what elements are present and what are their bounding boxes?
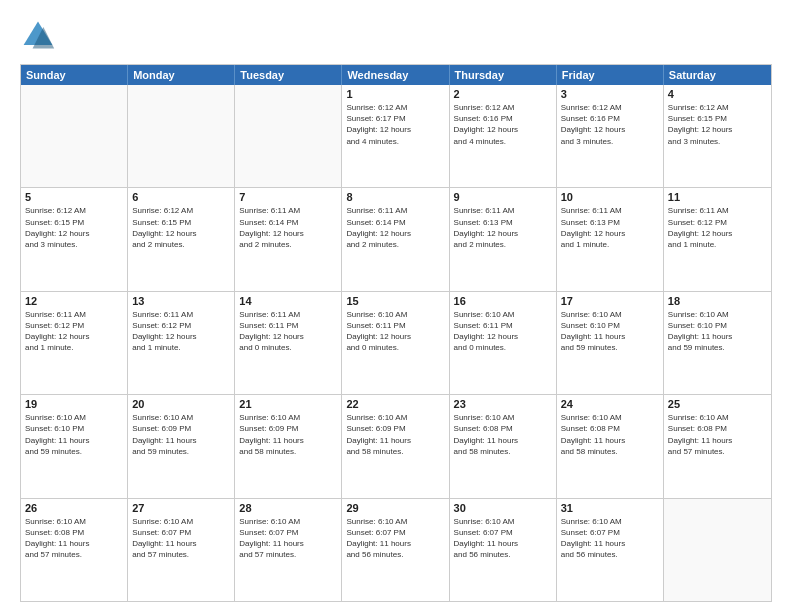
calendar-row-1: 5Sunrise: 6:12 AM Sunset: 6:15 PM Daylig…: [21, 187, 771, 290]
cell-info: Sunrise: 6:10 AM Sunset: 6:11 PM Dayligh…: [346, 309, 444, 354]
calendar-cell-day-24: 24Sunrise: 6:10 AM Sunset: 6:08 PM Dayli…: [557, 395, 664, 497]
calendar-cell-day-16: 16Sunrise: 6:10 AM Sunset: 6:11 PM Dayli…: [450, 292, 557, 394]
day-number: 5: [25, 191, 123, 203]
cell-info: Sunrise: 6:10 AM Sunset: 6:10 PM Dayligh…: [561, 309, 659, 354]
logo: [20, 18, 62, 54]
day-number: 25: [668, 398, 767, 410]
cell-info: Sunrise: 6:11 AM Sunset: 6:13 PM Dayligh…: [454, 205, 552, 250]
weekday-header-thursday: Thursday: [450, 65, 557, 85]
cell-info: Sunrise: 6:10 AM Sunset: 6:10 PM Dayligh…: [25, 412, 123, 457]
calendar-cell-empty: [21, 85, 128, 187]
day-number: 29: [346, 502, 444, 514]
cell-info: Sunrise: 6:10 AM Sunset: 6:09 PM Dayligh…: [346, 412, 444, 457]
day-number: 1: [346, 88, 444, 100]
cell-info: Sunrise: 6:10 AM Sunset: 6:08 PM Dayligh…: [454, 412, 552, 457]
cell-info: Sunrise: 6:12 AM Sunset: 6:15 PM Dayligh…: [132, 205, 230, 250]
calendar-cell-day-9: 9Sunrise: 6:11 AM Sunset: 6:13 PM Daylig…: [450, 188, 557, 290]
day-number: 15: [346, 295, 444, 307]
day-number: 27: [132, 502, 230, 514]
header: [20, 18, 772, 54]
weekday-header-friday: Friday: [557, 65, 664, 85]
day-number: 12: [25, 295, 123, 307]
day-number: 26: [25, 502, 123, 514]
calendar-cell-day-10: 10Sunrise: 6:11 AM Sunset: 6:13 PM Dayli…: [557, 188, 664, 290]
day-number: 3: [561, 88, 659, 100]
calendar-cell-day-26: 26Sunrise: 6:10 AM Sunset: 6:08 PM Dayli…: [21, 499, 128, 601]
day-number: 21: [239, 398, 337, 410]
calendar-row-4: 26Sunrise: 6:10 AM Sunset: 6:08 PM Dayli…: [21, 498, 771, 601]
day-number: 19: [25, 398, 123, 410]
day-number: 14: [239, 295, 337, 307]
calendar-cell-day-19: 19Sunrise: 6:10 AM Sunset: 6:10 PM Dayli…: [21, 395, 128, 497]
calendar-cell-day-21: 21Sunrise: 6:10 AM Sunset: 6:09 PM Dayli…: [235, 395, 342, 497]
cell-info: Sunrise: 6:10 AM Sunset: 6:09 PM Dayligh…: [239, 412, 337, 457]
calendar-cell-day-12: 12Sunrise: 6:11 AM Sunset: 6:12 PM Dayli…: [21, 292, 128, 394]
day-number: 4: [668, 88, 767, 100]
cell-info: Sunrise: 6:11 AM Sunset: 6:14 PM Dayligh…: [346, 205, 444, 250]
calendar-cell-day-15: 15Sunrise: 6:10 AM Sunset: 6:11 PM Dayli…: [342, 292, 449, 394]
calendar-cell-day-22: 22Sunrise: 6:10 AM Sunset: 6:09 PM Dayli…: [342, 395, 449, 497]
day-number: 28: [239, 502, 337, 514]
calendar-cell-day-23: 23Sunrise: 6:10 AM Sunset: 6:08 PM Dayli…: [450, 395, 557, 497]
calendar-row-3: 19Sunrise: 6:10 AM Sunset: 6:10 PM Dayli…: [21, 394, 771, 497]
calendar-header: SundayMondayTuesdayWednesdayThursdayFrid…: [21, 65, 771, 85]
calendar-cell-day-6: 6Sunrise: 6:12 AM Sunset: 6:15 PM Daylig…: [128, 188, 235, 290]
cell-info: Sunrise: 6:12 AM Sunset: 6:16 PM Dayligh…: [454, 102, 552, 147]
cell-info: Sunrise: 6:11 AM Sunset: 6:12 PM Dayligh…: [132, 309, 230, 354]
weekday-header-tuesday: Tuesday: [235, 65, 342, 85]
day-number: 7: [239, 191, 337, 203]
day-number: 11: [668, 191, 767, 203]
cell-info: Sunrise: 6:10 AM Sunset: 6:08 PM Dayligh…: [668, 412, 767, 457]
calendar-cell-empty: [235, 85, 342, 187]
calendar-row-2: 12Sunrise: 6:11 AM Sunset: 6:12 PM Dayli…: [21, 291, 771, 394]
weekday-header-sunday: Sunday: [21, 65, 128, 85]
calendar-cell-day-7: 7Sunrise: 6:11 AM Sunset: 6:14 PM Daylig…: [235, 188, 342, 290]
cell-info: Sunrise: 6:10 AM Sunset: 6:07 PM Dayligh…: [561, 516, 659, 561]
calendar-cell-day-2: 2Sunrise: 6:12 AM Sunset: 6:16 PM Daylig…: [450, 85, 557, 187]
calendar-cell-empty: [128, 85, 235, 187]
weekday-header-saturday: Saturday: [664, 65, 771, 85]
cell-info: Sunrise: 6:10 AM Sunset: 6:08 PM Dayligh…: [561, 412, 659, 457]
calendar-cell-day-25: 25Sunrise: 6:10 AM Sunset: 6:08 PM Dayli…: [664, 395, 771, 497]
calendar-cell-day-30: 30Sunrise: 6:10 AM Sunset: 6:07 PM Dayli…: [450, 499, 557, 601]
calendar-cell-day-8: 8Sunrise: 6:11 AM Sunset: 6:14 PM Daylig…: [342, 188, 449, 290]
day-number: 23: [454, 398, 552, 410]
calendar: SundayMondayTuesdayWednesdayThursdayFrid…: [20, 64, 772, 602]
cell-info: Sunrise: 6:11 AM Sunset: 6:14 PM Dayligh…: [239, 205, 337, 250]
day-number: 13: [132, 295, 230, 307]
cell-info: Sunrise: 6:12 AM Sunset: 6:15 PM Dayligh…: [668, 102, 767, 147]
calendar-cell-day-4: 4Sunrise: 6:12 AM Sunset: 6:15 PM Daylig…: [664, 85, 771, 187]
calendar-cell-day-1: 1Sunrise: 6:12 AM Sunset: 6:17 PM Daylig…: [342, 85, 449, 187]
day-number: 6: [132, 191, 230, 203]
calendar-cell-day-31: 31Sunrise: 6:10 AM Sunset: 6:07 PM Dayli…: [557, 499, 664, 601]
day-number: 24: [561, 398, 659, 410]
cell-info: Sunrise: 6:11 AM Sunset: 6:11 PM Dayligh…: [239, 309, 337, 354]
cell-info: Sunrise: 6:10 AM Sunset: 6:07 PM Dayligh…: [346, 516, 444, 561]
day-number: 16: [454, 295, 552, 307]
cell-info: Sunrise: 6:11 AM Sunset: 6:12 PM Dayligh…: [25, 309, 123, 354]
calendar-body: 1Sunrise: 6:12 AM Sunset: 6:17 PM Daylig…: [21, 85, 771, 601]
calendar-cell-day-5: 5Sunrise: 6:12 AM Sunset: 6:15 PM Daylig…: [21, 188, 128, 290]
day-number: 22: [346, 398, 444, 410]
calendar-cell-day-29: 29Sunrise: 6:10 AM Sunset: 6:07 PM Dayli…: [342, 499, 449, 601]
calendar-cell-day-3: 3Sunrise: 6:12 AM Sunset: 6:16 PM Daylig…: [557, 85, 664, 187]
cell-info: Sunrise: 6:12 AM Sunset: 6:17 PM Dayligh…: [346, 102, 444, 147]
calendar-cell-day-13: 13Sunrise: 6:11 AM Sunset: 6:12 PM Dayli…: [128, 292, 235, 394]
cell-info: Sunrise: 6:10 AM Sunset: 6:07 PM Dayligh…: [454, 516, 552, 561]
cell-info: Sunrise: 6:12 AM Sunset: 6:16 PM Dayligh…: [561, 102, 659, 147]
cell-info: Sunrise: 6:10 AM Sunset: 6:07 PM Dayligh…: [239, 516, 337, 561]
calendar-cell-day-28: 28Sunrise: 6:10 AM Sunset: 6:07 PM Dayli…: [235, 499, 342, 601]
cell-info: Sunrise: 6:10 AM Sunset: 6:08 PM Dayligh…: [25, 516, 123, 561]
weekday-header-monday: Monday: [128, 65, 235, 85]
day-number: 18: [668, 295, 767, 307]
cell-info: Sunrise: 6:11 AM Sunset: 6:12 PM Dayligh…: [668, 205, 767, 250]
weekday-header-wednesday: Wednesday: [342, 65, 449, 85]
calendar-cell-day-18: 18Sunrise: 6:10 AM Sunset: 6:10 PM Dayli…: [664, 292, 771, 394]
page: SundayMondayTuesdayWednesdayThursdayFrid…: [0, 0, 792, 612]
cell-info: Sunrise: 6:11 AM Sunset: 6:13 PM Dayligh…: [561, 205, 659, 250]
day-number: 9: [454, 191, 552, 203]
calendar-cell-day-14: 14Sunrise: 6:11 AM Sunset: 6:11 PM Dayli…: [235, 292, 342, 394]
day-number: 31: [561, 502, 659, 514]
day-number: 8: [346, 191, 444, 203]
day-number: 2: [454, 88, 552, 100]
